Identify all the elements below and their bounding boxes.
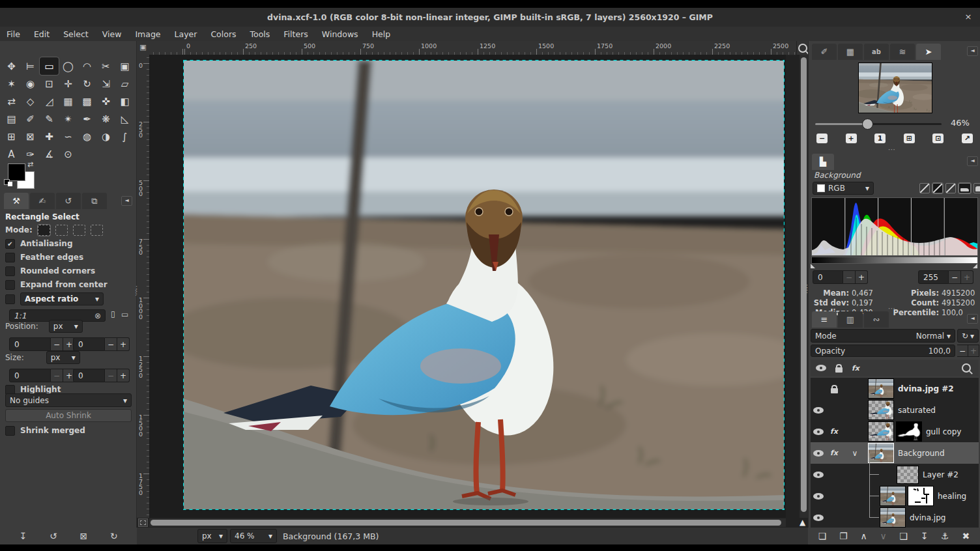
range-high-minus[interactable]: − bbox=[949, 270, 961, 284]
range-high-plus[interactable]: + bbox=[961, 270, 973, 284]
tool-cage-transform[interactable]: ▩ bbox=[78, 92, 96, 110]
navigation-preview-icon[interactable]: ▲ bbox=[797, 518, 808, 527]
menu-edit[interactable]: Edit bbox=[34, 29, 50, 39]
size-w-minus[interactable]: − bbox=[51, 369, 63, 382]
menu-windows[interactable]: Windows bbox=[322, 29, 358, 39]
fixed-aspect-dropdown[interactable]: Aspect ratio ▾ bbox=[20, 292, 104, 305]
tool-perspective[interactable]: ◿ bbox=[40, 92, 59, 110]
opacity-plus[interactable]: + bbox=[968, 345, 979, 357]
horizontal-scrollbar[interactable] bbox=[149, 518, 786, 527]
foreground-color[interactable] bbox=[8, 163, 25, 181]
tool-ellipse-select[interactable]: ◯ bbox=[59, 57, 78, 75]
dock-menu-icon[interactable]: ◄ bbox=[967, 46, 978, 56]
tool-move[interactable]: ✥ bbox=[2, 57, 21, 75]
layer-thumbnail[interactable] bbox=[868, 400, 894, 420]
auto-shrink-button[interactable]: Auto Shrink bbox=[5, 409, 132, 422]
range-low-handle[interactable] bbox=[811, 264, 815, 268]
visibility-icon[interactable] bbox=[813, 471, 824, 479]
tab-brushes[interactable]: ✐ bbox=[812, 44, 837, 60]
horizontal-ruler[interactable]: 0 250 500 750 1000 1250 1500 1750 2000 2… bbox=[149, 41, 796, 55]
merge-down-button[interactable]: ↧ bbox=[921, 531, 929, 541]
dock-menu-icon[interactable]: ◄ bbox=[121, 196, 132, 206]
position-y-value[interactable]: 0 bbox=[73, 337, 105, 351]
tool-clone[interactable]: ⊞ bbox=[2, 128, 21, 145]
tool-scissors-select[interactable]: ✂ bbox=[96, 57, 115, 75]
clear-icon[interactable]: ⊗ bbox=[94, 311, 101, 320]
opacity-minus[interactable]: − bbox=[957, 345, 968, 357]
rounded-corners-checkbox[interactable] bbox=[5, 266, 15, 276]
layer-row-saturated[interactable]: saturated bbox=[811, 399, 979, 421]
zoom-out-button[interactable]: − bbox=[816, 134, 828, 143]
new-layer-group-button[interactable]: ❐ bbox=[839, 531, 848, 541]
layer-thumbnail[interactable] bbox=[897, 466, 919, 484]
canvas-viewport[interactable] bbox=[149, 55, 786, 518]
dock-menu-icon[interactable]: ◄ bbox=[967, 156, 978, 166]
expander-icon[interactable]: ∨ bbox=[842, 449, 868, 458]
tool-paths[interactable]: ∫ bbox=[115, 128, 134, 145]
tool-pencil[interactable]: ✎ bbox=[40, 110, 59, 128]
search-layers-icon[interactable] bbox=[962, 363, 971, 373]
landscape-icon[interactable]: ▭ bbox=[121, 310, 128, 319]
range-high-value[interactable]: 255 bbox=[918, 270, 949, 284]
tab-undo-history[interactable]: ↺ bbox=[56, 193, 81, 209]
histogram-range-gradient[interactable] bbox=[811, 257, 978, 264]
tool-bucket-fill[interactable]: ◧ bbox=[115, 92, 134, 110]
tool-unified-transform[interactable]: ✛ bbox=[59, 75, 78, 92]
swap-colors-icon[interactable]: ⇄ bbox=[27, 160, 33, 169]
tab-images[interactable]: ⧉ bbox=[82, 193, 107, 209]
visibility-icon[interactable] bbox=[813, 449, 824, 457]
size-h-value[interactable]: 0 bbox=[73, 369, 105, 382]
tool-ink[interactable]: ✒ bbox=[78, 110, 96, 128]
tool-rotate[interactable]: ↻ bbox=[78, 75, 96, 92]
tool-perspective-clone[interactable]: ⊠ bbox=[21, 128, 40, 145]
histogram-linear-icon[interactable] bbox=[958, 183, 971, 193]
layer-row-dvina-jpg[interactable]: dvina.jpg bbox=[811, 507, 979, 528]
menu-file[interactable]: File bbox=[7, 29, 20, 39]
quick-mask-toggle[interactable] bbox=[138, 518, 148, 527]
tool-gradient[interactable]: ▤ bbox=[2, 110, 21, 128]
fx-header-icon[interactable]: fx bbox=[852, 364, 859, 373]
layer-thumbnail[interactable] bbox=[868, 378, 894, 399]
tab-pointer[interactable]: ➤ bbox=[916, 44, 941, 60]
layer-thumbnail[interactable] bbox=[868, 421, 894, 442]
shrink-merged-checkbox[interactable] bbox=[5, 426, 15, 436]
tool-warp-transform[interactable]: ▦ bbox=[59, 92, 78, 110]
tool-rectangle-select[interactable]: ▭ bbox=[40, 57, 59, 75]
position-y-minus[interactable]: − bbox=[105, 337, 117, 351]
status-zoom-dropdown[interactable]: 46 % ▾ bbox=[230, 529, 277, 543]
layer-row-healing[interactable]: healing bbox=[811, 485, 979, 507]
horizontal-scroll-thumb[interactable] bbox=[151, 520, 781, 526]
visibility-icon[interactable] bbox=[813, 406, 824, 414]
zoom-in-button[interactable]: + bbox=[846, 134, 857, 143]
size-w-value[interactable]: 0 bbox=[9, 369, 51, 382]
menu-help[interactable]: Help bbox=[372, 29, 391, 39]
duplicate-layer-button[interactable]: ❑ bbox=[899, 531, 908, 541]
mode-subtract-icon[interactable] bbox=[73, 225, 85, 236]
layer-row-gull-copy[interactable]: fx gull copy bbox=[811, 421, 979, 442]
layer-name[interactable]: healing bbox=[938, 492, 966, 501]
dock-dots-icon[interactable]: ⋯ bbox=[888, 304, 897, 313]
visibility-icon[interactable] bbox=[813, 428, 824, 436]
tool-select-by-color[interactable]: ◉ bbox=[21, 75, 40, 92]
tool-airbrush[interactable]: ✴ bbox=[59, 110, 78, 128]
channel-dropdown[interactable]: RGB ▾ bbox=[813, 182, 874, 195]
range-high-handle[interactable] bbox=[973, 264, 977, 268]
mode-add-icon[interactable] bbox=[55, 225, 68, 236]
new-layer-button[interactable]: ❏ bbox=[818, 531, 827, 541]
tool-blur-sharpen[interactable]: ◍ bbox=[78, 128, 96, 145]
tool-free-select[interactable]: ◠ bbox=[78, 57, 96, 75]
size-h-plus[interactable]: + bbox=[117, 369, 130, 382]
menu-filters[interactable]: Filters bbox=[283, 29, 308, 39]
tab-paths[interactable]: ∾ bbox=[864, 311, 889, 328]
tool-shear[interactable]: ▱ bbox=[115, 75, 134, 92]
tab-gradients[interactable]: ≋ bbox=[890, 44, 915, 60]
histogram-log-icon[interactable] bbox=[973, 183, 980, 193]
navigation-thumbnail[interactable] bbox=[858, 63, 932, 113]
mode-intersect-icon[interactable] bbox=[91, 225, 103, 236]
layer-row-dvina-jpg-2[interactable]: dvina.jpg #2 bbox=[811, 378, 979, 399]
delete-tool-preset-icon[interactable]: ⊠ bbox=[79, 531, 87, 541]
range-low-plus[interactable]: + bbox=[856, 270, 868, 284]
shrink-wrap-button[interactable]: ↗ bbox=[962, 134, 973, 143]
tool-flip[interactable]: ⇄ bbox=[2, 92, 21, 110]
lower-layer-button[interactable]: ∨ bbox=[880, 531, 886, 541]
